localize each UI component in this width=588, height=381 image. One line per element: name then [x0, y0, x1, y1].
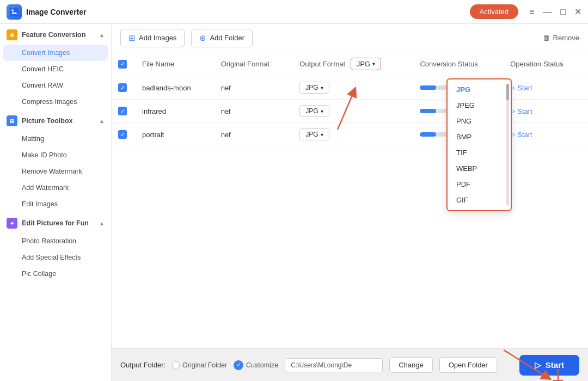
- window-controls: ≡ — □ ✕: [529, 7, 581, 17]
- dropdown-option-gif[interactable]: GIF: [448, 192, 511, 208]
- edit-pictures-fun-icon: ✦: [7, 218, 17, 229]
- output-folder-label: Output Folder:: [120, 361, 166, 369]
- row-checkbox-1[interactable]: ✓: [118, 83, 127, 92]
- table-area: ✓ File Name Original Format Output Forma…: [112, 52, 588, 348]
- activated-button[interactable]: Activated: [470, 4, 518, 19]
- feature-conversion-icon: ⊕: [7, 29, 17, 40]
- menu-icon[interactable]: ≡: [529, 7, 534, 17]
- sidebar-item-compress-images[interactable]: Compress Images: [0, 94, 111, 110]
- sidebar-item-remove-watermark[interactable]: Remove Watermark: [0, 163, 111, 180]
- col-output-format: Output Format JPG ▾: [293, 52, 413, 76]
- add-folder-button[interactable]: ⊕ Add Folder: [191, 29, 253, 47]
- filename-cell-3: portrait: [136, 123, 215, 146]
- close-icon[interactable]: ✕: [574, 7, 581, 17]
- select-all-checkbox[interactable]: ✓: [118, 60, 127, 69]
- minimize-icon[interactable]: —: [543, 7, 552, 17]
- sidebar-item-photo-restoration[interactable]: Photo Restoration: [0, 233, 111, 249]
- add-folder-icon: ⊕: [199, 33, 206, 43]
- maximize-icon[interactable]: □: [560, 7, 566, 17]
- start-button-2[interactable]: ▷ Start: [510, 107, 581, 115]
- feature-conversion-chevron: ▲: [99, 32, 105, 38]
- original-format-cell-2: nef: [215, 100, 293, 123]
- toolbar: ⊞ Add Images ⊕ Add Folder 🗑 Remove: [112, 24, 588, 52]
- table-row: ✓ portrait nef JPG ▾: [112, 123, 588, 146]
- original-format-cell-3: nef: [215, 123, 293, 146]
- picture-toolbox-chevron: ▲: [99, 118, 105, 124]
- change-button[interactable]: Change: [389, 357, 433, 373]
- sidebar-section-edit-pictures-fun[interactable]: ✦ Edit Pictures for Fun ▲: [0, 212, 111, 233]
- sidebar-item-pic-collage[interactable]: Pic Collage: [0, 266, 111, 282]
- sidebar: ⊕ Feature Conversion ▲ Convert Images Co…: [0, 24, 112, 381]
- edit-pictures-fun-chevron: ▲: [99, 220, 105, 226]
- col-operation-status: Operation Status: [504, 52, 588, 76]
- content-panel: ⊞ Add Images ⊕ Add Folder 🗑 Remove ✓: [112, 24, 588, 381]
- original-folder-radio[interactable]: [172, 361, 180, 369]
- format-dropdown: JPG JPEG PNG BMP TIF WEBP PDF GIF: [446, 78, 512, 211]
- start-button-3[interactable]: ▷ Start: [510, 131, 581, 139]
- dropdown-option-tif[interactable]: TIF: [448, 145, 511, 161]
- filename-cell-2: infrared: [136, 100, 215, 123]
- dropdown-option-bmp[interactable]: BMP: [448, 129, 511, 145]
- app-title: Image Converter: [26, 8, 470, 16]
- row-chevron-icon-3: ▾: [321, 132, 323, 138]
- row-chevron-icon-2: ▾: [321, 108, 323, 114]
- dropdown-scrollbar[interactable]: [506, 84, 509, 206]
- row-checkbox-2[interactable]: ✓: [118, 107, 127, 115]
- dropdown-option-jpeg[interactable]: JPEG: [448, 97, 511, 113]
- dropdown-option-jpg[interactable]: JPG: [448, 82, 511, 97]
- col-conversion-status: Conversion Status: [413, 52, 504, 76]
- dropdown-option-webp[interactable]: WEBP: [448, 161, 511, 176]
- sidebar-section-feature-conversion[interactable]: ⊕ Feature Conversion ▲: [0, 24, 111, 45]
- files-table: ✓ File Name Original Format Output Forma…: [112, 52, 588, 146]
- picture-toolbox-icon: ⊞: [7, 115, 17, 126]
- row-format-select-3[interactable]: JPG ▾: [299, 128, 329, 140]
- feature-conversion-label: Feature Conversion: [22, 31, 85, 39]
- original-folder-option[interactable]: Original Folder: [172, 361, 227, 369]
- table-row: ✓ infrared nef JPG ▾: [112, 100, 588, 123]
- title-bar: Image Converter Activated ≡ — □ ✕: [0, 0, 588, 24]
- table-row: ✓ badlands-moon nef JPG ▾: [112, 76, 588, 100]
- dropdown-option-png[interactable]: PNG: [448, 113, 511, 129]
- sidebar-item-convert-raw[interactable]: Convert RAW: [0, 77, 111, 94]
- add-images-icon: ⊞: [128, 33, 136, 43]
- app-body: ⊕ Feature Conversion ▲ Convert Images Co…: [0, 24, 588, 381]
- dropdown-chevron-icon: ▾: [372, 61, 375, 67]
- sidebar-item-convert-heic[interactable]: Convert HEIC: [0, 61, 111, 77]
- sidebar-item-matting[interactable]: Matting: [0, 131, 111, 147]
- original-format-cell-1: nef: [215, 76, 293, 100]
- col-original-format: Original Format: [215, 52, 293, 76]
- dropdown-option-pdf[interactable]: PDF: [448, 176, 511, 192]
- open-folder-button[interactable]: Open Folder: [439, 357, 497, 373]
- start-all-icon: ▷: [535, 360, 541, 370]
- sidebar-item-make-id-photo[interactable]: Make ID Photo: [0, 147, 111, 163]
- sidebar-item-convert-images[interactable]: Convert Images: [3, 45, 108, 61]
- row-checkbox-3[interactable]: ✓: [118, 130, 127, 139]
- sidebar-section-picture-toolbox[interactable]: ⊞ Picture Toolbox ▲: [0, 110, 111, 131]
- sidebar-item-add-watermark[interactable]: Add Watermark: [0, 180, 111, 196]
- sidebar-item-edit-images[interactable]: Edit Images: [0, 196, 111, 212]
- row-chevron-icon-1: ▾: [321, 85, 323, 91]
- footer: Output Folder: Original Folder ✓ Customi…: [112, 348, 588, 381]
- remove-button[interactable]: 🗑 Remove: [543, 34, 579, 42]
- start-all-button[interactable]: ▷ Start: [519, 355, 579, 376]
- picture-toolbox-label: Picture Toolbox: [22, 117, 73, 125]
- row-format-select-1[interactable]: JPG ▾: [299, 82, 329, 94]
- customize-radio[interactable]: ✓: [234, 360, 243, 370]
- svg-rect-0: [10, 8, 19, 16]
- filename-cell-1: badlands-moon: [136, 76, 215, 100]
- add-images-button[interactable]: ⊞ Add Images: [120, 29, 185, 47]
- app-logo: [7, 4, 22, 20]
- customize-option[interactable]: ✓ Customize: [234, 360, 278, 370]
- remove-icon: 🗑: [543, 34, 550, 42]
- svg-point-1: [11, 9, 14, 11]
- global-output-format-select[interactable]: JPG ▾: [351, 58, 381, 70]
- sidebar-item-add-special-effects[interactable]: Add Special Effects: [0, 249, 111, 266]
- edit-pictures-fun-label: Edit Pictures for Fun: [22, 219, 89, 227]
- output-path-input[interactable]: C:\Users\MLoong\De: [285, 358, 383, 372]
- row-format-select-2[interactable]: JPG ▾: [299, 105, 329, 117]
- col-filename: File Name: [136, 52, 215, 76]
- dropdown-scrollbar-thumb: [506, 84, 509, 100]
- start-button-1[interactable]: ▷ Start: [510, 84, 581, 92]
